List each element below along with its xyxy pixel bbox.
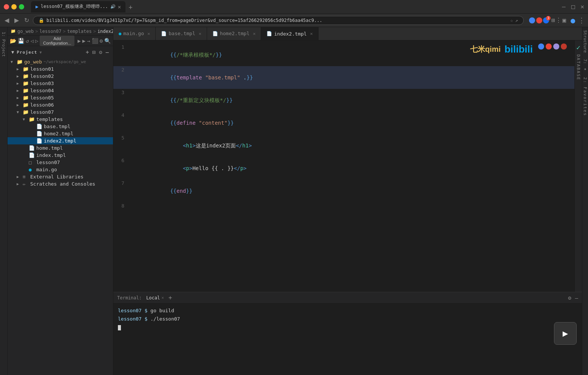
- code-editor[interactable]: 七米qimi bilibili 1 {{/*: [113, 40, 574, 292]
- lock-icon: 🔒: [39, 18, 44, 23]
- back-button[interactable]: ◀: [3, 16, 11, 25]
- seven-label[interactable]: 7: ✷: [582, 56, 588, 74]
- tree-item-lesson07-exe[interactable]: ▶ □ lesson07: [8, 159, 113, 166]
- audio-icon: 🔊: [110, 4, 116, 9]
- tree-item-lesson02[interactable]: ▶ 📁 lesson02: [8, 73, 113, 80]
- browser-tab-active[interactable]: ▶ lesson07_模板继承_哔哩哔... 🔊 ✕: [31, 1, 125, 12]
- sync-icon[interactable]: ↺: [26, 38, 29, 44]
- terminal-tabs: Terminal: Local ✕ + ⚙ —: [113, 292, 582, 304]
- refresh-button[interactable]: ↻: [23, 16, 31, 25]
- project-label: Project: [17, 50, 37, 55]
- new-tab-button[interactable]: +: [126, 3, 135, 12]
- ide-container: 1: Project 📁 go_web > lesson07 > templat…: [0, 27, 588, 375]
- browser-tab-close[interactable]: ✕: [118, 4, 121, 10]
- tree-item-templates[interactable]: ▼ 📁 templates: [8, 116, 113, 123]
- add-config-button[interactable]: Add Configuration...: [40, 36, 74, 46]
- libs-icon: ≡: [23, 174, 29, 180]
- minimize-button[interactable]: —: [562, 3, 566, 10]
- home2-tmpl-icon: 📄: [36, 131, 42, 136]
- editor-tabs: ● main.go ✕ 📄 base.tmpl ✕ 📄 home2.tmpl ✕…: [113, 27, 582, 40]
- history-back-icon[interactable]: ◁: [30, 38, 33, 44]
- save-icon[interactable]: 💾: [18, 38, 24, 44]
- browser-tab-title: lesson07_模板继承_哔哩哔...: [41, 3, 108, 10]
- project-collapse-icon[interactable]: ▼: [11, 50, 14, 55]
- tree-item-lesson04[interactable]: ▶ 📁 lesson04: [8, 87, 113, 94]
- folder-icon[interactable]: 📂: [10, 38, 16, 44]
- tab-index2-tmpl[interactable]: 📄 index2.tmpl ✕: [261, 27, 318, 40]
- tree-item-lesson05[interactable]: ▶ 📁 lesson05: [8, 94, 113, 101]
- bc-templates[interactable]: templates: [67, 29, 92, 34]
- terminal-body: lesson07 $ go build lesson07 $ ./lesson0…: [113, 304, 582, 375]
- file-tree: ▼ 📁 go_web ~/workspace/go_we ▶ 📁 lesson0…: [8, 58, 113, 188]
- editor-body: 七米qimi bilibili 1 {{/*: [113, 40, 582, 292]
- terminal-tab-local[interactable]: Local ✕: [146, 295, 164, 301]
- stop-icon[interactable]: ⬛: [92, 38, 98, 44]
- address-bar[interactable]: 🔒 bilibili.com/video/BV1gJ411p7xC/?p=7&s…: [33, 16, 524, 25]
- templates-folder-icon: 📁: [29, 116, 35, 122]
- tree-label-goweb: go_web: [24, 59, 42, 65]
- tree-item-home-tmpl[interactable]: ▶ 📄 home.tmpl: [8, 144, 113, 152]
- sidebar-toggle-icon: ▣: [562, 17, 566, 24]
- run-icon[interactable]: ▶: [77, 38, 80, 44]
- project-header: ▼ Project ▼ + ⊟ ⚙ —: [8, 46, 113, 58]
- exe-icon: □: [29, 160, 35, 165]
- terminal-line-3: [118, 323, 577, 332]
- debug-icon[interactable]: ▶: [82, 38, 85, 44]
- ext-icon-1: [529, 17, 535, 23]
- search-icon[interactable]: 🔍: [104, 38, 111, 44]
- maximize-button[interactable]: □: [571, 3, 575, 10]
- favorites-label[interactable]: 2: Favorites: [582, 74, 588, 119]
- terminal-controls: ⚙ —: [568, 295, 578, 301]
- settings2-icon[interactable]: ⚙: [99, 49, 103, 55]
- bilibili-logo: bilibili: [504, 43, 533, 55]
- puzzle-icon: ⊞: [551, 17, 555, 24]
- code-line-2: 2 {{template "base.tmpl" .}}: [113, 66, 574, 89]
- terminal-minimize-icon[interactable]: —: [575, 295, 578, 301]
- tree-item-lesson03[interactable]: ▶ 📁 lesson03: [8, 80, 113, 87]
- tab-base-tmpl[interactable]: 📄 base.tmpl ✕: [156, 27, 207, 40]
- bc-file[interactable]: index2.tmpl: [97, 29, 113, 34]
- chrome-status-icons: [538, 43, 567, 50]
- tree-item-base-tmpl[interactable]: ▶ 📄 base.tmpl: [8, 123, 113, 130]
- tree-item-lesson06[interactable]: ▶ 📁 lesson06: [8, 101, 113, 108]
- bc-lesson07[interactable]: lesson07: [40, 29, 62, 34]
- terminal-add-button[interactable]: +: [169, 294, 172, 301]
- h-split-icon[interactable]: ⊟: [92, 49, 96, 55]
- tmpl-file-icon-3: 📄: [266, 31, 272, 36]
- structure-label[interactable]: Structure: [582, 27, 588, 56]
- terminal-line-2: lesson07 $ ./lesson07: [118, 315, 577, 323]
- tree-item-goweb[interactable]: ▼ 📁 go_web ~/workspace/go_we: [8, 58, 113, 65]
- checkmark-icon[interactable]: ✓: [576, 43, 580, 51]
- close-button[interactable]: ✕: [580, 3, 584, 10]
- bc-goweb[interactable]: go_web: [17, 29, 34, 34]
- tab-home2-tmpl[interactable]: 📄 home2.tmpl ✕: [207, 27, 262, 40]
- tree-item-index-tmpl[interactable]: ▶ 📄 index.tmpl: [8, 152, 113, 159]
- database-label[interactable]: Database: [575, 51, 582, 84]
- terminal-settings-icon[interactable]: ⚙: [568, 295, 571, 301]
- ext-icon-2: [536, 17, 542, 23]
- window-controls: — □ ✕: [562, 3, 584, 10]
- history-forward-icon[interactable]: ▷: [35, 38, 38, 44]
- code-line-6: 6 <p>Hello {{ . }}</p>: [113, 157, 574, 180]
- tree-item-external-libs[interactable]: ▶ ≡ External Libraries: [8, 173, 113, 180]
- step-icon[interactable]: →: [87, 38, 90, 44]
- project-panel-label[interactable]: 1: Project: [0, 29, 7, 60]
- status-circle-3: [553, 43, 559, 50]
- tab-main-go[interactable]: ● main.go ✕: [113, 27, 156, 40]
- forward-button[interactable]: ▶: [13, 16, 20, 25]
- tree-item-home2-tmpl[interactable]: ▶ 📄 home2.tmpl: [8, 130, 113, 137]
- main-go-icon: ●: [29, 167, 35, 172]
- status-circle-1: [538, 43, 544, 50]
- tree-item-lesson07[interactable]: ▼ 📁 lesson07: [8, 108, 113, 116]
- bilibili-video-btn[interactable]: ▶: [554, 322, 577, 345]
- settings-icon[interactable]: ⚙: [100, 38, 103, 44]
- tree-item-lesson01[interactable]: ▶ 📁 lesson01: [8, 65, 113, 73]
- index2-tmpl-icon: 📄: [36, 138, 42, 144]
- extensions-icon: ⋮: [556, 17, 562, 24]
- add-icon[interactable]: +: [86, 49, 90, 55]
- go-file-icon: ●: [119, 31, 121, 36]
- tree-item-main-go[interactable]: ▶ ● main.go: [8, 166, 113, 173]
- minimize-sidebar-icon[interactable]: —: [105, 49, 109, 55]
- tree-item-scratches[interactable]: ▶ ✏ Scratches and Consoles: [8, 180, 113, 188]
- tree-item-index2-tmpl[interactable]: ▶ 📄 index2.tmpl: [8, 137, 113, 144]
